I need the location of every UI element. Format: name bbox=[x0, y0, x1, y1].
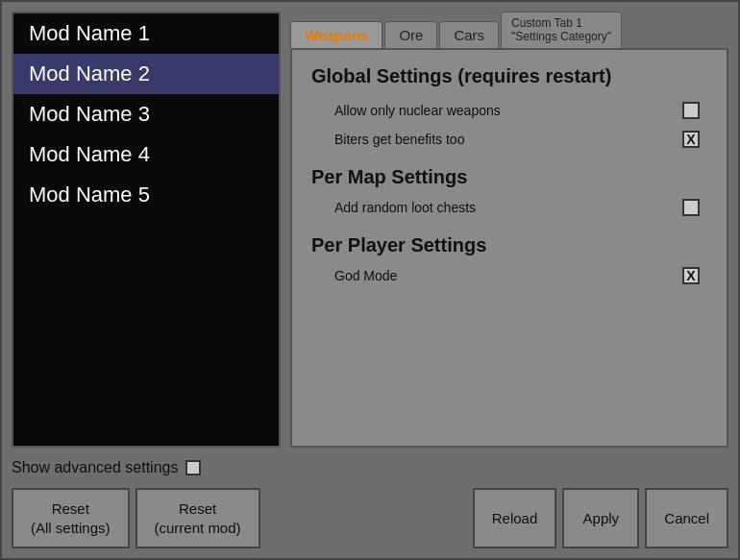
per-player-settings-title: Per Player Settings bbox=[311, 234, 707, 256]
setting-label-godmode: God Mode bbox=[334, 268, 397, 283]
mod-list-item-4[interactable]: Mod Name 4 bbox=[13, 134, 279, 175]
checkbox-show-advanced[interactable] bbox=[185, 460, 201, 475]
mod-list-item-2[interactable]: Mod Name 2 bbox=[13, 54, 279, 94]
tab-weapons[interactable]: Weapons bbox=[290, 21, 382, 48]
tabs-bar: Weapons Ore Cars Custom Tab 1"Settings C… bbox=[290, 12, 728, 48]
setting-row-biters: Biters get benefits too X bbox=[311, 128, 707, 151]
apply-button[interactable]: Apply bbox=[562, 488, 639, 548]
reset-all-button[interactable]: Reset(All settings) bbox=[12, 488, 130, 548]
checkbox-loot[interactable] bbox=[682, 199, 700, 216]
setting-label-loot: Add random loot chests bbox=[334, 200, 476, 215]
setting-label-biters: Biters get benefits too bbox=[334, 132, 464, 147]
checkbox-biters[interactable]: X bbox=[682, 131, 700, 148]
global-settings-title: Global Settings (requires restart) bbox=[311, 65, 707, 87]
mod-list-item-3[interactable]: Mod Name 3 bbox=[13, 94, 279, 134]
tab-ore[interactable]: Ore bbox=[384, 21, 437, 48]
setting-row-loot: Add random loot chests bbox=[311, 196, 707, 219]
settings-panel: Global Settings (requires restart) Allow… bbox=[290, 48, 728, 448]
right-panel: Weapons Ore Cars Custom Tab 1"Settings C… bbox=[290, 12, 728, 448]
main-container: Mod Name 1 Mod Name 2 Mod Name 3 Mod Nam… bbox=[0, 0, 740, 560]
setting-label-nuclear: Allow only nuclear weapons bbox=[334, 103, 501, 118]
reload-button[interactable]: Reload bbox=[473, 488, 557, 548]
show-advanced-row: Show advanced settings bbox=[12, 459, 201, 476]
setting-row-godmode: God Mode X bbox=[311, 264, 707, 287]
tab-custom[interactable]: Custom Tab 1"Settings Category" bbox=[501, 12, 622, 48]
button-spacer bbox=[266, 488, 467, 548]
tab-cars[interactable]: Cars bbox=[439, 21, 499, 48]
reset-mod-button[interactable]: Reset(current mod) bbox=[136, 488, 260, 548]
checkbox-nuclear[interactable] bbox=[682, 102, 700, 119]
action-buttons: Reset(All settings) Reset(current mod) R… bbox=[12, 488, 728, 548]
mod-list-item-5[interactable]: Mod Name 5 bbox=[13, 175, 279, 215]
content-area: Mod Name 1 Mod Name 2 Mod Name 3 Mod Nam… bbox=[12, 12, 728, 448]
mod-list-panel: Mod Name 1 Mod Name 2 Mod Name 3 Mod Nam… bbox=[12, 12, 281, 448]
per-map-settings-title: Per Map Settings bbox=[311, 166, 707, 188]
mod-list-item-1[interactable]: Mod Name 1 bbox=[13, 13, 279, 54]
checkbox-godmode[interactable]: X bbox=[682, 267, 700, 284]
cancel-button[interactable]: Cancel bbox=[645, 488, 728, 548]
bottom-bar: Show advanced settings bbox=[12, 455, 728, 480]
setting-row-nuclear: Allow only nuclear weapons bbox=[311, 99, 707, 122]
show-advanced-label: Show advanced settings bbox=[12, 459, 178, 476]
